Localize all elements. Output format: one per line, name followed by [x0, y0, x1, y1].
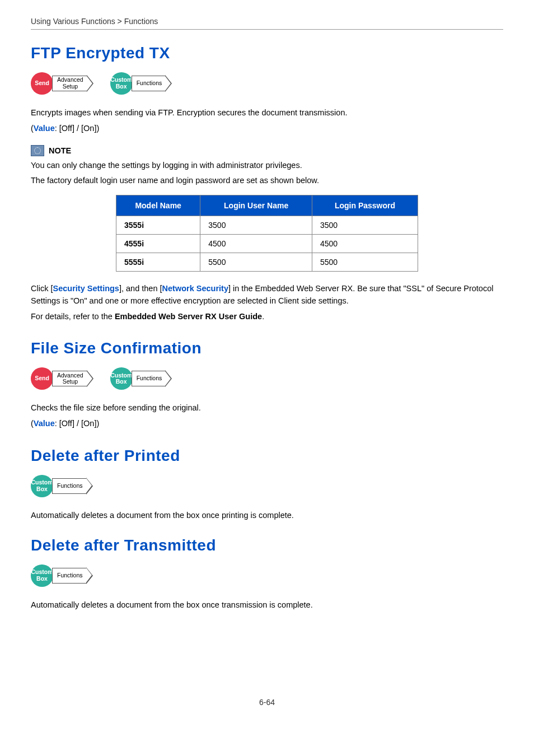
- text: : [Off] / [On]): [55, 124, 100, 133]
- text: Click [: [31, 284, 53, 293]
- table-row: 5555i 5500 5500: [116, 253, 418, 272]
- chevron-right-icon: [87, 370, 93, 387]
- breadcrumb: Using Various Functions > Functions: [31, 17, 503, 26]
- cell: 4500: [200, 235, 312, 253]
- security-settings-link[interactable]: Security Settings: [53, 284, 119, 293]
- send-badge: Send: [31, 72, 53, 95]
- page-number: 6-64: [0, 698, 534, 707]
- custom-box-badge: CustomBox: [31, 475, 53, 497]
- security-settings-text: Click [Security Settings], and then [Net…: [31, 283, 503, 307]
- th-user: Login User Name: [200, 195, 312, 216]
- cell: 4555i: [116, 235, 200, 253]
- chevron-right-icon: [165, 75, 172, 92]
- filesize-value-line: (Value: [Off] / [On]): [31, 418, 503, 430]
- badge-row-ftp: Send AdvancedSetup CustomBox Functions: [31, 72, 503, 95]
- chevron-right-icon: [86, 478, 93, 494]
- note-label: NOTE: [49, 146, 71, 155]
- ftp-description: Encrypts images when sending via FTP. En…: [31, 107, 503, 119]
- custom-box-badge: CustomBox: [31, 564, 53, 587]
- text: : [Off] / [On]): [55, 419, 100, 428]
- note-text-2: The factory default login user name and …: [31, 175, 503, 187]
- value-label: Value: [34, 124, 55, 133]
- del-transmitted-description: Automatically deletes a document from th…: [31, 599, 503, 612]
- cell: 4500: [312, 235, 418, 253]
- note-icon: [31, 145, 44, 156]
- send-badge: Send: [31, 367, 53, 390]
- table-row: 3555i 3500 3500: [116, 216, 418, 235]
- cell: 3500: [312, 216, 418, 235]
- cell: 3555i: [116, 216, 200, 235]
- text: ], and then [: [119, 284, 162, 293]
- badge-row-del-printed: CustomBox Functions: [31, 475, 503, 497]
- cell: 5500: [312, 253, 418, 272]
- heading-ftp-encrypted-tx: FTP Encrypted TX: [31, 44, 503, 62]
- functions-label: Functions: [52, 568, 86, 584]
- guide-name: Embedded Web Server RX User Guide: [115, 312, 262, 321]
- badge-row-filesize: Send AdvancedSetup CustomBox Functions: [31, 367, 503, 390]
- note-header: NOTE: [31, 145, 503, 156]
- cell: 3500: [200, 216, 312, 235]
- advanced-setup-tab: AdvancedSetup: [52, 75, 93, 92]
- del-printed-description: Automatically deletes a document from th…: [31, 510, 503, 522]
- functions-tab: Functions: [132, 75, 172, 92]
- chevron-right-icon: [87, 75, 93, 92]
- functions-tab: Functions: [52, 567, 93, 584]
- th-model: Model Name: [116, 195, 200, 216]
- note-text-1: You can only change the settings by logg…: [31, 160, 503, 172]
- login-table: Model Name Login User Name Login Passwor…: [116, 195, 418, 272]
- chevron-right-icon: [86, 567, 93, 584]
- functions-label: Functions: [52, 478, 86, 494]
- functions-label: Functions: [132, 76, 166, 91]
- text: For details, refer to the: [31, 312, 115, 321]
- chevron-right-icon: [165, 370, 172, 387]
- cell: 5500: [200, 253, 312, 272]
- functions-tab: Functions: [132, 370, 172, 387]
- badge-row-del-transmitted: CustomBox Functions: [31, 564, 503, 587]
- refer-text: For details, refer to the Embedded Web S…: [31, 311, 503, 323]
- filesize-description: Checks the file size before sending the …: [31, 402, 503, 414]
- ftp-value-line: (Value: [Off] / [On]): [31, 123, 503, 135]
- text: .: [262, 312, 264, 321]
- heading-delete-after-printed: Delete after Printed: [31, 447, 503, 465]
- functions-label: Functions: [132, 371, 166, 386]
- th-pass: Login Password: [312, 195, 418, 216]
- cell: 5555i: [116, 253, 200, 272]
- heading-delete-after-transmitted: Delete after Transmitted: [31, 536, 503, 554]
- advanced-setup-label: AdvancedSetup: [52, 371, 87, 386]
- divider: [31, 29, 503, 30]
- custom-box-badge: CustomBox: [110, 367, 133, 390]
- network-security-link[interactable]: Network Security: [162, 284, 228, 293]
- heading-file-size-confirmation: File Size Confirmation: [31, 339, 503, 357]
- advanced-setup-label: AdvancedSetup: [52, 76, 87, 91]
- custom-box-badge: CustomBox: [110, 72, 133, 95]
- table-row: 4555i 4500 4500: [116, 235, 418, 253]
- advanced-setup-tab: AdvancedSetup: [52, 370, 93, 387]
- functions-tab: Functions: [52, 478, 93, 494]
- value-label: Value: [34, 419, 55, 428]
